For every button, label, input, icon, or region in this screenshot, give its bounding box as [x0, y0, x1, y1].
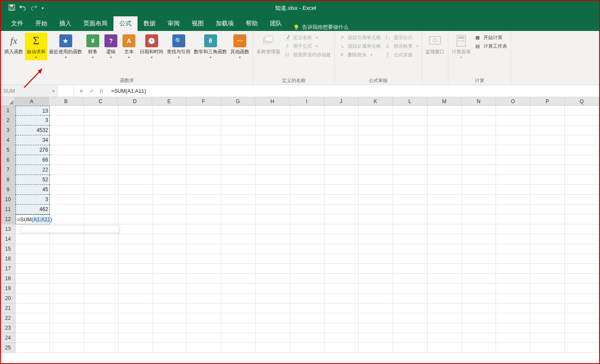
cell[interactable] [324, 254, 359, 264]
cell[interactable] [393, 303, 428, 313]
cell[interactable] [50, 294, 84, 303]
cell[interactable] [565, 244, 599, 254]
cell[interactable] [187, 313, 221, 323]
cell[interactable] [359, 125, 393, 135]
cell[interactable] [290, 125, 324, 135]
calculate-now-button[interactable]: ▦ 开始计算 [474, 34, 507, 41]
cell[interactable] [84, 294, 119, 303]
cell[interactable] [462, 294, 496, 303]
calculate-sheet-button[interactable]: ▤ 计算工作表 [474, 42, 507, 50]
cell[interactable] [153, 165, 187, 175]
cell[interactable] [50, 155, 84, 165]
cell[interactable]: 34 [15, 135, 50, 145]
cell[interactable] [496, 284, 530, 294]
cell[interactable] [187, 264, 221, 274]
cell[interactable] [50, 165, 84, 175]
name-box[interactable]: SUM ▾ [1, 85, 58, 97]
cell[interactable] [290, 234, 324, 244]
cell[interactable] [359, 155, 393, 165]
row-header[interactable]: 14 [1, 234, 15, 244]
cell[interactable] [221, 214, 256, 224]
cell[interactable] [393, 254, 428, 264]
cell[interactable] [324, 264, 359, 274]
cell[interactable] [359, 254, 393, 264]
tab-home[interactable]: 开始 [29, 16, 53, 31]
cell[interactable] [462, 284, 496, 294]
row-header[interactable]: 1 [1, 106, 15, 116]
error-checking-button[interactable]: ⚠ 错误检查▾ [384, 42, 418, 50]
cell[interactable] [119, 284, 153, 294]
cell[interactable] [462, 234, 496, 244]
row-header[interactable]: 15 [1, 244, 15, 254]
cell[interactable] [565, 135, 599, 145]
cell[interactable] [393, 264, 428, 274]
cell[interactable] [221, 165, 256, 175]
cell[interactable] [221, 224, 256, 234]
cell[interactable] [15, 333, 50, 343]
cell[interactable] [119, 155, 153, 165]
cell[interactable] [324, 274, 359, 284]
cell[interactable] [393, 294, 428, 303]
cell[interactable] [84, 234, 119, 244]
cell[interactable] [119, 254, 153, 264]
cell[interactable] [50, 106, 84, 116]
cell[interactable] [256, 125, 290, 135]
cell[interactable] [324, 155, 359, 165]
cell[interactable] [565, 145, 599, 155]
cell[interactable] [290, 313, 324, 323]
cell[interactable] [462, 106, 496, 116]
cell[interactable] [462, 313, 496, 323]
cell[interactable] [84, 343, 119, 353]
cell[interactable] [221, 333, 256, 343]
cell[interactable] [462, 165, 496, 175]
cell[interactable] [496, 155, 530, 165]
cell[interactable] [187, 135, 221, 145]
cell[interactable] [153, 214, 187, 224]
cell[interactable] [462, 125, 496, 135]
cell[interactable] [565, 116, 599, 125]
cell[interactable] [50, 343, 84, 353]
cell[interactable] [153, 145, 187, 155]
cell[interactable] [256, 135, 290, 145]
other-functions-button[interactable]: ⋯ 其他函数 ▾ [229, 33, 251, 60]
col-header[interactable]: A [15, 97, 49, 105]
tell-me[interactable]: 💡 告诉我你想要做什么 [288, 24, 354, 31]
cell[interactable] [84, 284, 119, 294]
cell[interactable] [324, 294, 359, 303]
cell[interactable]: 22 [15, 165, 50, 175]
cell[interactable] [290, 135, 324, 145]
cell[interactable] [153, 244, 187, 254]
cell[interactable] [393, 116, 428, 125]
cell[interactable] [290, 116, 324, 125]
cell[interactable] [428, 195, 462, 205]
cell[interactable] [187, 175, 221, 185]
cell[interactable] [256, 264, 290, 274]
cell[interactable] [50, 185, 84, 195]
cell[interactable] [565, 165, 599, 175]
tab-help[interactable]: 帮助 [240, 16, 264, 31]
cell[interactable] [221, 343, 256, 353]
cell[interactable] [84, 313, 119, 323]
row-header[interactable]: 5 [1, 145, 15, 155]
cell[interactable] [50, 205, 84, 214]
row-header[interactable]: 21 [1, 303, 15, 313]
cell[interactable] [462, 135, 496, 145]
cell[interactable] [530, 224, 565, 234]
cell[interactable] [496, 333, 530, 343]
cell[interactable] [530, 303, 565, 313]
row-header[interactable]: 17 [1, 264, 15, 274]
cell[interactable] [256, 274, 290, 284]
col-header[interactable]: Q [565, 97, 599, 105]
cell[interactable] [50, 234, 84, 244]
cell[interactable] [428, 185, 462, 195]
cell[interactable] [221, 303, 256, 313]
cell[interactable] [290, 205, 324, 214]
cell[interactable] [324, 165, 359, 175]
cell[interactable] [290, 244, 324, 254]
cell[interactable] [50, 145, 84, 155]
cell[interactable] [496, 165, 530, 175]
text-button[interactable]: A 文本 ▾ [120, 33, 138, 60]
cell[interactable] [428, 254, 462, 264]
cell[interactable] [50, 333, 84, 343]
cell[interactable] [84, 175, 119, 185]
